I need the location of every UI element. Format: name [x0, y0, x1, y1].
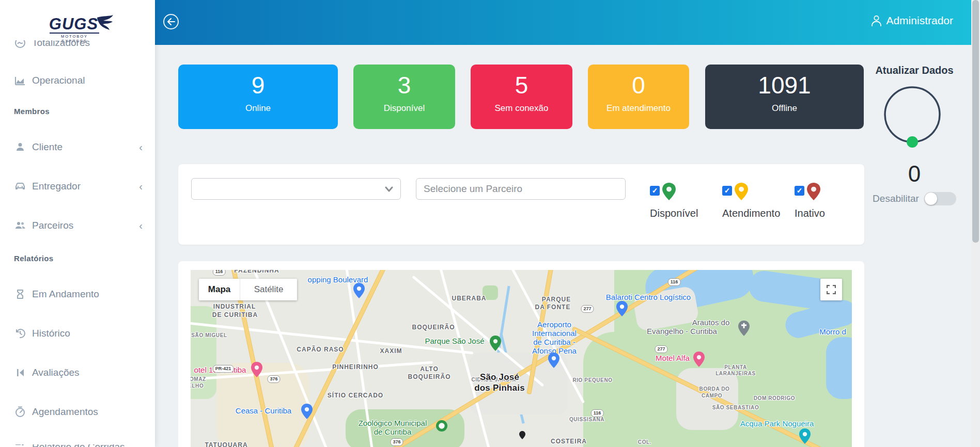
road-shield: 277	[655, 345, 667, 353]
legend-label: Atendimento	[722, 207, 780, 219]
vertical-scrollbar[interactable]	[971, 0, 980, 447]
map-label: Evangelho - Curitiba	[647, 327, 717, 336]
map-label: Zoológico Municipal	[359, 419, 427, 427]
vehicle-select[interactable]	[191, 178, 401, 200]
map-label: Aeroporto	[537, 320, 571, 329]
stat-value: 1091	[705, 72, 864, 99]
scrollbar-thumb[interactable]	[972, 0, 979, 243]
sidebar-item-historico[interactable]: Histórico	[0, 327, 155, 341]
sidebar-item-label: Em Andamento	[32, 289, 99, 300]
checkbox-checked[interactable]: ✓	[650, 186, 660, 196]
stat-label: Sem conexão	[471, 103, 572, 114]
map-label: BOQUEIRÃO	[408, 373, 450, 380]
sidebar-item-cliente[interactable]: Cliente ‹	[0, 140, 155, 155]
stat-label: Offline	[705, 103, 864, 114]
back-button[interactable]	[163, 14, 179, 29]
map-label: PARQUE	[542, 296, 571, 303]
map-label: RIO PEQUENO	[572, 377, 612, 383]
sidebar: GUGS MOTOBOY EXPRESS Totalizadores Opera…	[0, 0, 155, 447]
sidebar-item-label: Cliente	[32, 141, 63, 153]
sidebar-item-relatorio-corridas[interactable]: Relatório de Corridas	[0, 444, 155, 447]
map-label: COL.	[638, 439, 651, 445]
stat-card-offline[interactable]: 1091 Offline	[705, 65, 864, 129]
gugs-logo: GUGS MOTOBOY EXPRESS	[46, 14, 116, 43]
map-water	[826, 337, 852, 399]
map-label: UBERABA	[452, 295, 487, 302]
church-pin[interactable]	[738, 321, 750, 338]
park-pin[interactable]	[490, 336, 501, 353]
satellite-view-button[interactable]: Satélite	[240, 279, 297, 300]
map-panel: FAZENDINHAopping BoulevardUBERABAPARQUED…	[178, 261, 864, 447]
refresh-knob[interactable]	[884, 84, 941, 146]
sidebar-item-label: Operacional	[32, 75, 85, 86]
top-bar: Administrador	[155, 0, 980, 45]
sidebar-item-agendamentos[interactable]: Agendamentos	[0, 405, 155, 420]
map-label: Internacional	[532, 329, 577, 338]
checkbox-checked[interactable]: ✓	[795, 186, 804, 196]
admin-label: Administrador	[886, 14, 953, 27]
fullscreen-button[interactable]	[820, 279, 842, 300]
map-label: CAMPO	[702, 393, 722, 398]
chart-icon	[14, 74, 26, 87]
chevron-down-icon	[385, 186, 393, 192]
refresh-data-title: Atualizar Dados	[858, 65, 971, 76]
chevron-left-icon: ‹	[139, 181, 143, 193]
sidebar-item-label: Histórico	[32, 328, 70, 339]
disable-label: Desabilitar	[873, 193, 919, 204]
gauge-icon	[14, 40, 26, 49]
place-pin[interactable]	[519, 431, 525, 441]
motel-pin[interactable]	[693, 352, 705, 369]
stat-value: 9	[178, 72, 338, 99]
map-label: de Curitiba	[374, 427, 412, 436]
rating-icon	[14, 366, 26, 379]
map-label: Morro d	[819, 327, 846, 336]
waterpark-pin[interactable]	[799, 428, 811, 446]
chevron-left-icon: ‹	[139, 141, 143, 153]
partner-search-input[interactable]	[416, 178, 626, 200]
people-icon	[14, 219, 26, 232]
map-label: ALTO	[420, 365, 439, 373]
shopping-pin[interactable]	[616, 301, 628, 318]
motel-pin[interactable]	[251, 362, 262, 379]
chevron-left-icon: ‹	[139, 220, 143, 232]
map-label: São José	[480, 372, 519, 382]
map-view-button[interactable]: Mapa	[199, 279, 240, 300]
disable-toggle[interactable]	[924, 192, 956, 205]
map-label: Balaroti Centro Logístico	[606, 293, 691, 301]
road-shield: 116	[591, 409, 604, 417]
sidebar-item-em-andamento[interactable]: Em Andamento	[0, 288, 155, 302]
road-shield: 116	[668, 278, 681, 286]
sidebar-item-avaliacoes[interactable]: Avaliações	[0, 366, 155, 380]
stat-card-sem-conexão[interactable]: 5 Sem conexão	[471, 65, 572, 129]
stat-card-disponível[interactable]: 3 Disponível	[353, 65, 455, 129]
admin-user-menu[interactable]: Administrador	[871, 14, 953, 27]
map-label: Motel Alfa	[656, 354, 690, 362]
map-type-control: Mapa Satélite	[199, 279, 297, 300]
map-pin-icon	[735, 183, 748, 202]
sidebar-item-entregador[interactable]: Entregador ‹	[0, 180, 155, 194]
legend-label: Inativo	[795, 207, 825, 219]
checkbox-checked[interactable]: ✓	[722, 186, 732, 196]
airport-pin[interactable]	[548, 353, 559, 370]
map-label: SÍTIO CERCADO	[328, 392, 383, 399]
stat-value: 5	[471, 72, 572, 99]
map-label: BOQUEIRÃO	[412, 324, 455, 331]
market-pin[interactable]	[301, 404, 313, 421]
sidebar-item-operacional[interactable]: Operacional	[0, 74, 155, 88]
sidebar-item-totalizadores[interactable]: Totalizadores	[0, 40, 155, 51]
user-icon	[871, 15, 882, 26]
google-map[interactable]: FAZENDINHAopping BoulevardUBERABAPARQUED…	[191, 270, 852, 447]
sidebar-item-parceiros[interactable]: Parceiros ‹	[0, 219, 155, 233]
timer-icon	[14, 406, 26, 418]
map-label: Arautos do	[692, 318, 730, 327]
zoo-pin[interactable]	[436, 420, 447, 434]
map-label: OELHO	[191, 383, 204, 389]
sidebar-item-label: Agendamentos	[32, 406, 98, 418]
map-label: dos Pinhais	[474, 383, 525, 393]
map-label: de Curitiba -	[533, 338, 575, 346]
stat-card-online[interactable]: 9 Online	[178, 65, 338, 129]
stat-card-em-atendimento[interactable]: 0 Em atendimento	[588, 65, 689, 129]
shopping-pin[interactable]	[353, 283, 365, 300]
stat-value: 3	[353, 72, 455, 99]
sidebar-item-label: Relatório de Corridas	[32, 444, 125, 447]
